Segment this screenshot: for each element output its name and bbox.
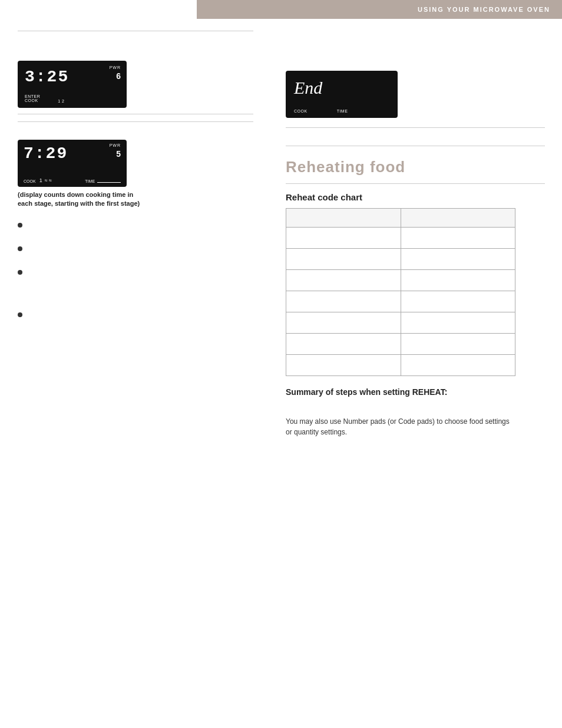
table-row-5 [286,312,515,334]
number-label: 1 2 [58,99,64,103]
table-row-4 [286,291,515,312]
pwr-value-1: 6 [116,71,121,81]
divider-3 [18,121,253,122]
table-header-2 [401,209,515,228]
end-time-label: TIME [337,109,348,113]
reheat-table [286,208,515,376]
top-divider [18,31,253,31]
note-text: You may also use Number pads (or Code pa… [286,416,510,437]
end-text: End [294,78,389,98]
table-cell-1-2 [401,228,515,249]
table-cell-5-1 [286,312,401,334]
table-cell-7-1 [286,355,401,376]
header-bar: USING YOUR MICROWAVE OVEN [197,0,562,19]
right-divider-1 [286,127,545,128]
header-title: USING YOUR MICROWAVE OVEN [418,6,550,13]
pwr-label-2: PWR [110,143,121,147]
bullet-item-3 [18,268,277,275]
table-row-3 [286,270,515,291]
table-cell-7-2 [401,355,515,376]
left-column: PWR 6 3:25 ENTERCOOK 1 2 PWR 5 7:29 COOK… [18,24,277,334]
end-display: End COOK TIME [286,71,398,118]
time-display-2: 7:29 [24,146,121,162]
bullet-dot-3 [18,270,22,275]
bullet-item-4 [18,310,277,317]
table-cell-4-2 [401,291,515,312]
table-row-6 [286,334,515,355]
table-cell-5-2 [401,312,515,334]
pwr-value-2: 5 [116,149,121,159]
right-column: End COOK TIME Reheating food Reheat code… [286,24,551,437]
table-cell-3-1 [286,270,401,291]
table-row-2 [286,249,515,270]
bullet-dot-1 [18,223,22,228]
table-cell-4-1 [286,291,401,312]
table-cell-6-2 [401,334,515,355]
bullet-dot-4 [18,312,22,317]
table-header-1 [286,209,401,228]
tilde-icons: ≈ ≈ [45,178,52,183]
bullet-item-1 [18,220,277,228]
stage-num-2: 1 [39,177,42,183]
cook-label-2: COOK [24,179,36,183]
time-label-2: TIME [52,179,121,183]
section-title: Reheating food [286,158,551,176]
bottom-labels-1: ENTERCOOK 1 2 [25,94,64,103]
right-divider-3 [286,183,545,184]
table-row-header [286,209,515,228]
time-display-1: 3:25 [25,69,120,85]
right-divider-2 [286,146,545,146]
bullet-dot-2 [18,246,22,251]
table-row-7 [286,355,515,376]
display-screen-2: PWR 5 7:29 COOK 1 ≈ ≈ TIME [18,140,127,187]
bottom-row-2: COOK 1 ≈ ≈ TIME [24,177,121,183]
display-screen-1: PWR 6 3:25 ENTERCOOK 1 2 [18,61,127,108]
reheat-code-chart-title: Reheat code chart [286,192,551,202]
table-cell-1-1 [286,228,401,249]
end-cook-label: COOK [294,109,308,113]
table-cell-2-1 [286,249,401,270]
table-row-1 [286,228,515,249]
summary-title: Summary of steps when setting REHEAT: [286,387,551,398]
pwr-label-1: PWR [110,65,121,70]
divider-2 [18,114,253,114]
display-caption: (display counts down cooking time in eac… [18,190,141,209]
enter-label: ENTERCOOK [25,94,40,103]
bullet-item-2 [18,244,277,251]
end-bottom-labels: COOK TIME [294,109,348,113]
table-cell-3-2 [401,270,515,291]
table-cell-2-2 [401,249,515,270]
table-cell-6-1 [286,334,401,355]
